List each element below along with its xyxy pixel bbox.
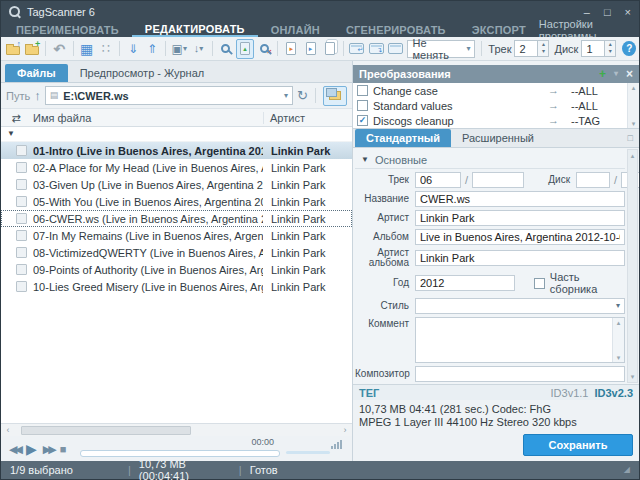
resize-grip[interactable] xyxy=(624,466,630,474)
volume-control[interactable] xyxy=(286,436,344,461)
menu-export[interactable]: ЭКСПОРТ xyxy=(459,23,539,37)
add-folder-button[interactable] xyxy=(23,39,41,59)
selection-mode-button[interactable] xyxy=(170,39,188,59)
sort-button[interactable] xyxy=(189,39,207,59)
refresh-icon[interactable] xyxy=(297,89,308,102)
transform-item[interactable]: Standard values --ALL xyxy=(353,98,627,113)
compilation-label: Часть сборника xyxy=(550,271,625,295)
table-row[interactable]: 02-A Place for My Head (Live in Buenos A… xyxy=(1,159,352,176)
transform-scrollbar[interactable] xyxy=(627,83,639,128)
file-artist: Linkin Park xyxy=(263,162,352,174)
transform-menu-icon[interactable] xyxy=(614,70,618,78)
scroll-left-icon[interactable] xyxy=(7,426,10,435)
compilation-checkbox[interactable] xyxy=(534,278,545,289)
close-button[interactable]: × xyxy=(625,6,631,18)
artist-input[interactable] xyxy=(415,210,625,226)
add-transform-icon[interactable] xyxy=(599,68,606,80)
track-input[interactable] xyxy=(415,172,461,188)
deselect-all-button[interactable] xyxy=(97,39,115,59)
audio-file-icon xyxy=(16,179,27,190)
filter-dropdown-icon xyxy=(7,130,15,138)
tag-version-dropdown[interactable]: Не менять xyxy=(407,40,475,58)
move-up-button[interactable] xyxy=(143,39,161,59)
stop-button[interactable] xyxy=(60,443,67,455)
title-input[interactable] xyxy=(415,191,625,207)
track-spinner-buttons[interactable] xyxy=(538,40,549,57)
save-tag-button[interactable] xyxy=(367,39,385,59)
shuffle-icon[interactable] xyxy=(11,113,20,124)
disc-spinner-value[interactable]: 1 xyxy=(581,40,605,57)
file-info-button[interactable] xyxy=(301,39,319,59)
forward-button[interactable] xyxy=(43,443,54,455)
seek-bar[interactable] xyxy=(80,450,280,457)
album-artist-input[interactable] xyxy=(415,250,625,266)
comment-scrollbar[interactable] xyxy=(612,318,624,362)
transform-item[interactable]: Discogs cleanup --TAG xyxy=(353,113,627,128)
table-row[interactable]: 07-In My Remains (Live in Buenos Aires, … xyxy=(1,227,352,244)
filter-row[interactable] xyxy=(1,127,352,142)
clear-search-button[interactable] xyxy=(255,39,273,59)
checkbox-unchecked[interactable] xyxy=(357,100,368,111)
column-filename[interactable]: Имя файла xyxy=(31,112,263,124)
preview-panel-button[interactable] xyxy=(236,39,254,59)
genre-select[interactable] xyxy=(415,298,625,314)
table-row[interactable]: 01-Intro (Live in Buenos Aires, Argentin… xyxy=(1,142,352,159)
column-artist[interactable]: Артист xyxy=(263,112,352,124)
scroll-right-icon[interactable] xyxy=(344,426,347,435)
save-button[interactable]: Сохранить xyxy=(523,434,633,456)
menu-generate[interactable]: СГЕНЕРИРОВАТЬ xyxy=(333,23,459,37)
table-row[interactable]: 09-Points of Authority (Live in Buenos A… xyxy=(1,261,352,278)
table-row[interactable]: 10-Lies Greed Misery (Live in Buenos Air… xyxy=(1,278,352,295)
album-art-button[interactable] xyxy=(386,39,404,59)
expand-panel-icon[interactable] xyxy=(628,134,633,143)
path-combobox[interactable]: E:\CWER.ws xyxy=(45,86,293,105)
disc-input[interactable] xyxy=(576,172,610,188)
tab-advanced[interactable]: Расширенный xyxy=(451,129,545,147)
search-button[interactable] xyxy=(217,39,235,59)
checkbox-unchecked[interactable] xyxy=(357,85,368,96)
maximize-button[interactable]: □ xyxy=(604,6,611,18)
open-folder-button[interactable] xyxy=(4,39,22,59)
tab-files[interactable]: Файлы xyxy=(5,64,68,82)
minimize-button[interactable]: – xyxy=(584,6,590,18)
load-tag-button[interactable] xyxy=(348,39,366,59)
volume-slider[interactable] xyxy=(286,451,330,454)
table-row[interactable]: 05-With You (Live in Buenos Aires, Argen… xyxy=(1,193,352,210)
play-file-button[interactable] xyxy=(282,39,300,59)
track-total-input[interactable] xyxy=(472,172,524,188)
album-input[interactable] xyxy=(415,229,625,245)
tab-standard[interactable]: Стандартный xyxy=(355,129,451,147)
rewind-button[interactable] xyxy=(9,443,20,455)
select-all-button[interactable] xyxy=(77,39,95,59)
main-menu: ПЕРЕИМЕНОВАТЬ РЕДАКТИРОВАТЬ ОНЛАЙН СГЕНЕ… xyxy=(1,23,639,37)
play-button[interactable] xyxy=(26,441,37,457)
year-input[interactable] xyxy=(415,275,515,291)
folder-tree-button[interactable] xyxy=(323,86,347,106)
form-scrollbar[interactable] xyxy=(627,149,638,383)
move-down-button[interactable] xyxy=(124,39,142,59)
table-row[interactable]: 06-CWER.ws (Live in Buenos Aires, Argent… xyxy=(1,210,352,227)
horizontal-scrollbar[interactable] xyxy=(1,423,352,436)
table-row[interactable]: 08-VictimizedQWERTY (Live in Buenos Aire… xyxy=(1,244,352,261)
track-spinner-value[interactable]: 2 xyxy=(514,40,538,57)
checkbox-checked[interactable] xyxy=(357,115,368,126)
composer-input[interactable] xyxy=(415,366,625,382)
table-row[interactable]: 03-Given Up (Live in Buenos Aires, Argen… xyxy=(1,176,352,193)
comment-textarea[interactable] xyxy=(415,317,625,363)
tab-preview-journal[interactable]: Предпросмотр - Журнал xyxy=(68,64,217,82)
scrollbar-thumb[interactable] xyxy=(21,426,191,435)
transform-item[interactable]: Change case --ALL xyxy=(353,83,627,98)
menu-edit[interactable]: РЕДАКТИРОВАТЬ xyxy=(132,23,258,37)
help-button[interactable] xyxy=(622,41,636,56)
undo-button[interactable] xyxy=(50,39,68,59)
menu-online[interactable]: ОНЛАЙН xyxy=(258,23,333,37)
disc-spinner-buttons[interactable] xyxy=(605,40,616,57)
file-name: 05-With You (Live in Buenos Aires, Argen… xyxy=(33,196,263,208)
section-main[interactable]: Основные xyxy=(355,151,625,169)
program-settings-link[interactable]: Настройки программы xyxy=(539,23,637,37)
menu-rename[interactable]: ПЕРЕИМЕНОВАТЬ xyxy=(3,23,132,37)
file-artist: Linkin Park xyxy=(263,264,352,276)
parent-folder-icon[interactable] xyxy=(34,89,41,102)
copy-tags-button[interactable] xyxy=(321,39,339,59)
close-panel-icon[interactable] xyxy=(626,68,633,80)
